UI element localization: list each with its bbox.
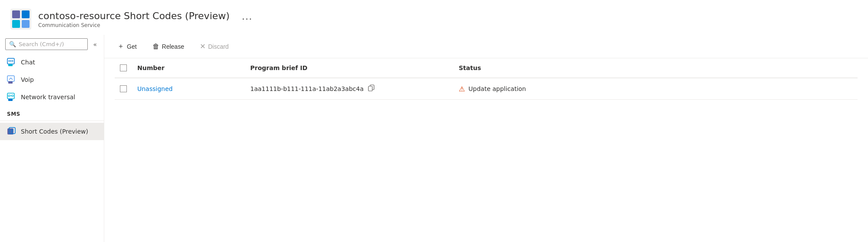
row-checkbox[interactable]: [120, 85, 127, 92]
svg-rect-13: [8, 99, 13, 101]
search-icon: 🔍: [9, 41, 16, 47]
sidebar-item-network-traversal[interactable]: Network traversal: [0, 88, 104, 106]
network-icon: [7, 93, 16, 101]
sidebar-item-short-codes[interactable]: Short Codes (Preview): [0, 123, 104, 140]
svg-point-7: [9, 60, 10, 62]
header-number: Number: [132, 58, 245, 78]
trash-icon: 🗑: [152, 43, 159, 50]
svg-rect-1: [12, 10, 20, 18]
sidebar-chat-label: Chat: [21, 59, 35, 66]
release-button[interactable]: 🗑 Release: [150, 41, 187, 52]
sidebar-network-label: Network traversal: [21, 94, 75, 101]
svg-rect-2: [22, 10, 30, 18]
svg-rect-23: [368, 86, 372, 91]
svg-rect-10: [7, 76, 14, 81]
plus-icon: ＋: [117, 42, 124, 51]
discard-label: Discard: [208, 43, 229, 50]
sidebar-voip-label: Voip: [21, 76, 34, 83]
sidebar-search-row: 🔍 Search (Cmd+/) «: [0, 35, 104, 54]
service-subtitle: Communication Service: [38, 22, 230, 28]
svg-point-14: [8, 95, 10, 97]
header-status: Status: [454, 58, 858, 78]
header-checkbox[interactable]: [120, 64, 127, 71]
number-link[interactable]: Unassigned: [137, 85, 172, 92]
get-button[interactable]: ＋ Get: [115, 40, 139, 53]
app-logo: [10, 9, 31, 30]
search-box[interactable]: 🔍 Search (Cmd+/): [5, 38, 88, 50]
header-checkbox-col: [115, 58, 132, 78]
voip-icon: [7, 75, 16, 84]
sidebar-collapse-button[interactable]: «: [91, 40, 99, 49]
table-header-row: Number Program brief ID Status: [115, 58, 858, 78]
table-row: Unassigned 1aa1111b-b111-111a-11ab2a3abc…: [115, 78, 858, 100]
number-cell: Unassigned: [132, 78, 245, 100]
sms-divider: [0, 121, 104, 121]
status-cell: ⚠ Update application: [454, 78, 858, 100]
search-placeholder: Search (Cmd+/): [19, 41, 64, 47]
program-brief-cell: 1aa1111b-b111-111a-11ab2a3abc4a: [245, 78, 454, 100]
main-layout: 🔍 Search (Cmd+/) « Chat: [0, 35, 868, 242]
warning-icon: ⚠: [459, 85, 465, 93]
svg-point-15: [12, 95, 13, 97]
content-area: ＋ Get 🗑 Release ✕ Discard: [104, 35, 868, 242]
get-label: Get: [127, 43, 137, 50]
sidebar-item-chat[interactable]: Chat: [0, 54, 104, 71]
chat-icon: [7, 58, 16, 67]
more-options-button[interactable]: ···: [242, 15, 253, 24]
svg-rect-3: [12, 20, 20, 28]
copy-icon[interactable]: [368, 84, 375, 93]
svg-rect-6: [8, 64, 13, 66]
close-icon: ✕: [200, 42, 205, 50]
toolbar: ＋ Get 🗑 Release ✕ Discard: [104, 35, 868, 58]
svg-rect-4: [22, 20, 30, 28]
svg-point-8: [10, 60, 12, 62]
release-label: Release: [162, 43, 184, 50]
discard-button[interactable]: ✕ Discard: [197, 40, 231, 52]
app-container: contoso-resource Short Codes (Preview) C…: [0, 0, 868, 242]
sidebar: 🔍 Search (Cmd+/) « Chat: [0, 35, 104, 242]
header-text: contoso-resource Short Codes (Preview) C…: [38, 10, 230, 29]
svg-point-9: [12, 60, 13, 62]
sidebar-short-codes-label: Short Codes (Preview): [21, 128, 88, 135]
sms-section-label: SMS: [0, 106, 104, 119]
row-checkbox-cell: [115, 78, 132, 100]
short-codes-table: Number Program brief ID Status: [115, 58, 858, 100]
table-container: Number Program brief ID Status: [104, 58, 868, 242]
short-codes-icon: [7, 127, 16, 136]
svg-rect-11: [8, 81, 13, 84]
header: contoso-resource Short Codes (Preview) C…: [0, 0, 868, 35]
header-program-brief-id: Program brief ID: [245, 58, 454, 78]
program-brief-id-text: 1aa1111b-b111-111a-11ab2a3abc4a: [250, 85, 364, 92]
sidebar-item-voip[interactable]: Voip: [0, 71, 104, 88]
page-title: contoso-resource Short Codes (Preview): [38, 10, 230, 23]
status-text: Update application: [468, 85, 526, 92]
